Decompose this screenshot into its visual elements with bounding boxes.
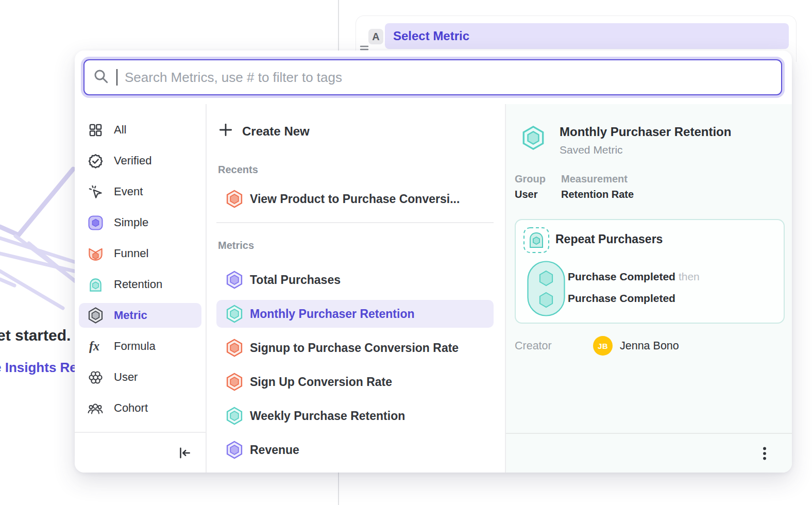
section-label-recents: Recents: [216, 164, 494, 176]
metric-definition-card: Repeat Purchasers Purchase Completedthen…: [515, 219, 785, 324]
grid-icon: [87, 122, 104, 138]
step-event: Purchase Completed: [568, 271, 675, 282]
step-connector: then: [679, 271, 700, 282]
detail-property-measurement: Measurement Retention Rate: [561, 173, 634, 200]
detail-title: Monthly Purchaser Retention: [560, 125, 731, 139]
metric-list-item[interactable]: Total Purchases: [216, 266, 494, 294]
avatar[interactable]: JB: [593, 336, 613, 356]
definition-step: Purchase Completed: [568, 292, 679, 305]
detail-subtitle: Saved Metric: [560, 144, 731, 156]
formula-icon: fx: [87, 338, 104, 355]
section-divider: [216, 222, 494, 223]
retention-dashed-icon: [523, 227, 550, 256]
metric-list-item[interactable]: Monthly Purchaser Retention: [216, 300, 494, 328]
definition-title: Repeat Purchasers: [555, 232, 663, 246]
retention-icon: [87, 276, 104, 293]
sidebar-footer: [75, 432, 206, 473]
metric-hexagon-teal-icon: [521, 125, 545, 156]
metric-list-item[interactable]: View Product to Purchase Conversi...: [216, 185, 494, 213]
creator-name: Jenna Bono: [620, 340, 679, 352]
verified-icon: [87, 153, 104, 169]
metric-hexagon-orange-icon: [226, 372, 243, 392]
search-input[interactable]: [125, 70, 773, 86]
section-label-metrics: Metrics: [216, 240, 494, 251]
detail-header: Monthly Purchaser Retention Saved Metric: [521, 125, 784, 156]
background-link-fragment[interactable]: e Insights Re: [0, 360, 77, 376]
detail-properties: Group User Measurement Retention Rate: [515, 173, 634, 200]
sidebar-item-formula[interactable]: fx Formula: [79, 334, 201, 359]
metric-list-column: Create New Recents View Product to Purch…: [208, 104, 504, 473]
metric-icon: [87, 307, 104, 324]
retention-steps-pill-icon: [527, 261, 565, 318]
creator-label: Creator: [515, 340, 593, 352]
search-focus-ring: [81, 57, 785, 98]
metric-hexagon-orange-icon: [226, 338, 243, 358]
simple-icon: [87, 214, 104, 231]
select-metric-label: Select Metric: [393, 29, 469, 43]
metric-row-label-badge[interactable]: A: [368, 29, 383, 44]
step-event: Purchase Completed: [568, 292, 675, 304]
sidebar-item-funnel[interactable]: Funnel: [79, 241, 201, 266]
detail-property-group: Group User: [515, 173, 549, 200]
metric-hexagon-purple-icon: [226, 270, 243, 290]
sidebar-item-retention[interactable]: Retention: [79, 272, 201, 297]
metric-list-item[interactable]: Signup to Purchase Conversion Rate: [216, 334, 494, 362]
create-new-button[interactable]: Create New: [216, 120, 494, 143]
metric-detail-panel: Monthly Purchaser Retention Saved Metric…: [505, 104, 792, 473]
sidebar-item-user[interactable]: User: [79, 365, 201, 390]
background-headline-fragment: et started.: [0, 327, 71, 344]
select-metric-button[interactable]: Select Metric: [385, 23, 789, 49]
metric-hexagon-teal-icon: [226, 304, 243, 324]
sidebar-item-simple[interactable]: Simple: [79, 210, 201, 235]
metric-hexagon-teal-icon: [226, 406, 243, 426]
user-icon: [87, 369, 104, 385]
collapse-left-icon[interactable]: [177, 445, 192, 461]
definition-step: Purchase Completedthen: [568, 271, 700, 283]
metric-list-item[interactable]: Revenue: [216, 436, 494, 464]
event-icon: [87, 183, 104, 200]
create-new-label: Create New: [242, 124, 310, 139]
metric-hexagon-purple-icon: [226, 440, 243, 460]
metric-list-item[interactable]: Weekly Purchase Retention: [216, 402, 494, 430]
app-screen: et started. e Insights Re A Select Metri…: [0, 0, 812, 505]
plus-icon: [218, 122, 233, 141]
sidebar-item-event[interactable]: Event: [79, 179, 201, 204]
sidebar-item-cohort[interactable]: Cohort: [79, 396, 201, 420]
detail-footer: [506, 433, 792, 473]
creator-row: Creator JB Jenna Bono: [515, 336, 679, 356]
funnel-icon: [87, 245, 104, 262]
sidebar-item-all[interactable]: All: [79, 117, 201, 142]
sidebar-item-metric[interactable]: Metric: [79, 303, 201, 328]
search-icon: [93, 68, 109, 87]
metric-hexagon-orange-icon: [226, 189, 243, 209]
text-caret: [116, 69, 117, 86]
metric-list-item[interactable]: Sign Up Conversion Rate: [216, 368, 494, 396]
metric-picker-modal: All Verified Event Simple Funnel Retenti…: [75, 50, 792, 473]
search-field[interactable]: [83, 59, 782, 95]
category-sidebar: All Verified Event Simple Funnel Retenti…: [75, 104, 207, 473]
kebab-menu-icon[interactable]: [757, 445, 772, 462]
sidebar-item-verified[interactable]: Verified: [79, 148, 201, 173]
svg-text:fx: fx: [89, 339, 99, 353]
cohort-icon: [87, 400, 104, 416]
